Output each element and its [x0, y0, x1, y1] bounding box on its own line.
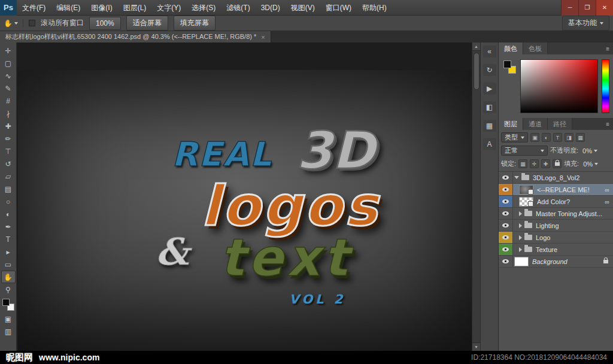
fit-screen-button[interactable]: 适合屏幕	[126, 16, 168, 31]
layer-row-background[interactable]: Background	[499, 256, 613, 268]
hand-tool[interactable]: ✋	[1, 271, 16, 283]
layer-row-group[interactable]: 3DLogo_8_Vol2	[499, 172, 613, 184]
tool-preset-picker[interactable]: ✋	[4, 19, 23, 28]
quick-mask-button[interactable]: ▣	[1, 313, 16, 325]
tab-channels[interactable]: 通道	[523, 118, 548, 130]
color-picker-field[interactable]	[520, 59, 598, 113]
clone-stamp-tool[interactable]: ⊤	[1, 145, 16, 157]
collapse-group-icon[interactable]	[514, 176, 519, 179]
filter-shape-icon[interactable]: ◨	[565, 133, 573, 142]
menu-item-layer[interactable]: 图层(L)	[118, 0, 152, 16]
expand-group-icon[interactable]	[519, 223, 522, 228]
menu-item-type[interactable]: 文字(Y)	[151, 0, 186, 16]
filter-adjustment-icon[interactable]: ◐	[542, 133, 551, 142]
layer-row[interactable]: Add Color? ∞	[499, 196, 613, 208]
opacity-value[interactable]: 0%	[581, 147, 599, 155]
zoom-tool[interactable]: ⚲	[1, 283, 16, 296]
color-swatches[interactable]	[2, 299, 14, 311]
tab-swatches[interactable]: 色板	[523, 43, 548, 54]
canvas-area[interactable]: REAL 3D logos & text VOL 2	[17, 43, 472, 351]
minimize-button[interactable]: ─	[561, 0, 578, 16]
move-tool[interactable]: ✛	[1, 44, 16, 57]
fill-screen-button[interactable]: 填充屏幕	[174, 16, 216, 31]
foreground-color-swatch[interactable]	[503, 60, 511, 68]
pen-tool[interactable]: ✒	[1, 220, 16, 233]
lock-transparency-icon[interactable]: ▦	[518, 159, 527, 168]
tab-color[interactable]: 颜色	[499, 43, 523, 54]
restore-button[interactable]: ❐	[578, 0, 596, 16]
foreground-background-swatches[interactable]	[502, 59, 517, 113]
type-tool[interactable]: T	[1, 233, 16, 245]
brush-tool[interactable]: ✏	[1, 132, 16, 145]
visibility-toggle[interactable]	[499, 208, 513, 219]
expand-group-icon[interactable]	[519, 211, 522, 216]
quick-selection-tool[interactable]: ✎	[1, 82, 16, 95]
panel-menu-icon[interactable]: ≡	[602, 43, 613, 54]
menu-item-file[interactable]: 文件(F)	[17, 0, 51, 16]
visibility-toggle[interactable]	[499, 220, 513, 231]
healing-brush-tool[interactable]: ✚	[1, 120, 16, 132]
fill-value[interactable]: 0%	[581, 160, 600, 168]
blend-mode-select[interactable]: 正常	[501, 145, 548, 156]
hue-slider[interactable]	[602, 59, 609, 113]
scroll-down-icon[interactable]: ▼	[472, 342, 481, 351]
menu-item-view[interactable]: 视图(V)	[286, 0, 320, 16]
screen-mode-button[interactable]: ▥	[1, 325, 16, 338]
visibility-toggle[interactable]	[499, 256, 513, 267]
actual-pixels-button[interactable]: 100%	[89, 17, 121, 30]
layer-kind-filter[interactable]: 类型	[501, 132, 528, 142]
layer-row-group[interactable]: Logo	[499, 232, 613, 244]
visibility-toggle[interactable]	[499, 196, 513, 207]
eyedropper-tool[interactable]: ∤	[1, 107, 16, 120]
filter-pixel-icon[interactable]: ▣	[530, 133, 539, 142]
close-button[interactable]: ✕	[596, 0, 613, 16]
menu-item-edit[interactable]: 编辑(E)	[51, 0, 86, 16]
scrollbar-thumb[interactable]	[474, 53, 480, 90]
visibility-toggle[interactable]	[499, 232, 513, 243]
workspace-switcher[interactable]: 基本功能	[562, 16, 609, 31]
visibility-toggle[interactable]	[499, 244, 513, 255]
menu-item-window[interactable]: 窗口(W)	[320, 0, 357, 16]
filter-smart-object-icon[interactable]: ▦	[576, 133, 585, 142]
scroll-up-icon[interactable]: ▲	[472, 43, 481, 51]
menu-item-help[interactable]: 帮助(H)	[357, 0, 392, 16]
lock-pixels-icon[interactable]: ✚	[541, 159, 550, 168]
dodge-tool[interactable]: ◐	[1, 208, 16, 220]
lasso-tool[interactable]: ∿	[1, 69, 16, 82]
actions-panel-icon[interactable]: ▶	[483, 83, 496, 95]
marquee-tool[interactable]: ▢	[1, 57, 16, 69]
shape-tool[interactable]: ▭	[1, 258, 16, 271]
info-panel-icon[interactable]: ▦	[483, 120, 496, 132]
layer-row-group[interactable]: Texture	[499, 244, 613, 256]
layer-row-group[interactable]: Master Toning Adjust...	[499, 208, 613, 220]
layer-row-group[interactable]: Lighting	[499, 220, 613, 232]
menu-item-3d[interactable]: 3D(D)	[256, 0, 286, 16]
expand-dock-icon[interactable]: «	[483, 46, 496, 57]
menu-item-select[interactable]: 选择(S)	[186, 0, 221, 16]
document-tab[interactable]: 标志样机logo样机vi样机.65300 2400 1462.psd @ 40.…	[0, 31, 271, 43]
history-panel-icon[interactable]: ↻	[483, 64, 496, 76]
visibility-toggle[interactable]	[499, 172, 513, 183]
foreground-color-swatch[interactable]	[2, 299, 10, 306]
blur-tool[interactable]: ○	[1, 195, 16, 208]
eraser-tool[interactable]: ▱	[1, 170, 16, 183]
lock-all-icon[interactable]	[553, 159, 562, 168]
path-selection-tool[interactable]: ▸	[1, 245, 16, 258]
crop-tool[interactable]: #	[1, 95, 16, 107]
properties-panel-icon[interactable]: ◧	[483, 101, 496, 113]
tab-paths[interactable]: 路径	[548, 118, 572, 130]
layer-thumbnail[interactable]	[514, 257, 529, 266]
expand-group-icon[interactable]	[519, 235, 522, 240]
scroll-all-windows-checkbox[interactable]	[29, 20, 35, 26]
expand-group-icon[interactable]	[519, 247, 522, 252]
lock-position-icon[interactable]: ✛	[530, 159, 539, 168]
menu-item-image[interactable]: 图像(I)	[86, 0, 117, 16]
layer-thumbnail[interactable]	[519, 185, 533, 195]
menu-item-filter[interactable]: 滤镜(T)	[221, 0, 255, 16]
panel-menu-icon[interactable]: ≡	[602, 118, 613, 130]
visibility-toggle[interactable]	[499, 184, 513, 195]
layer-row-selected[interactable]: <--REPLACE ME! ∞	[499, 184, 613, 196]
history-brush-tool[interactable]: ↺	[1, 157, 16, 170]
layer-thumbnail[interactable]	[519, 197, 533, 207]
close-document-icon[interactable]: ×	[261, 34, 265, 41]
